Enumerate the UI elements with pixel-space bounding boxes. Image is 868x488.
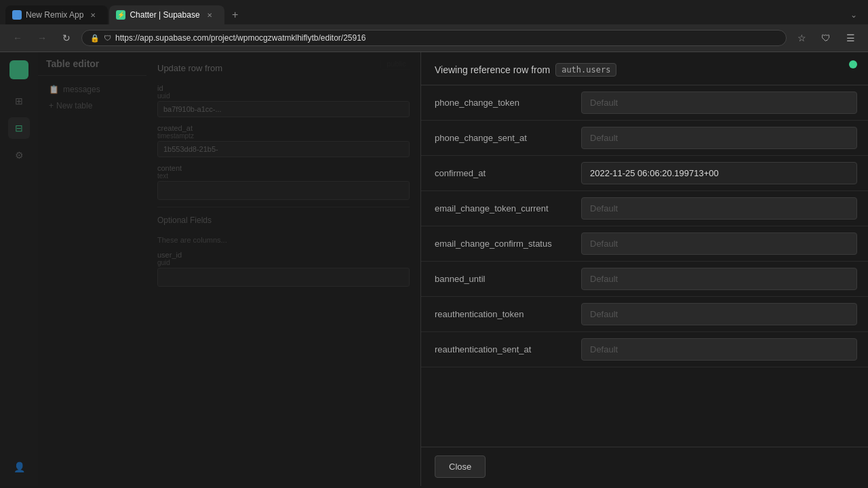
lock-icon: 🔒 xyxy=(90,34,100,43)
field-label-reauthentication-token: reauthentication_token xyxy=(421,301,570,327)
left-background-panel: ⊞ ⊟ ⚙ 👤 Table editor public 📋 messages xyxy=(0,52,420,486)
field-input-confirmed-at[interactable] xyxy=(581,162,857,184)
connection-status-dot xyxy=(849,60,857,68)
field-row-confirmed-at: confirmed_at xyxy=(421,156,868,191)
field-label-banned-until: banned_until xyxy=(421,266,570,292)
sidebar-user-icon[interactable]: 👤 xyxy=(8,456,30,478)
field-label-phone-change-sent-at: phone_change_sent_at xyxy=(421,125,570,151)
field-content-value xyxy=(157,181,410,200)
tab1-favicon xyxy=(12,10,22,20)
ref-panel-header: Viewing reference row from auth.users xyxy=(421,52,868,85)
url-text: https://app.supabase.com/project/wpmocgz… xyxy=(115,33,778,43)
tab-overflow-button[interactable]: ⌄ xyxy=(845,7,863,22)
back-button[interactable]: ← xyxy=(8,28,27,47)
field-created-at-value: 1b553dd8-21b5- xyxy=(157,141,410,157)
field-user-id-value xyxy=(157,268,410,287)
field-label-email-change-confirm-status: email_change_confirm_status xyxy=(421,230,570,257)
tab2-favicon: ⚡ xyxy=(116,10,125,20)
field-row-phone-change-token: phone_change_token xyxy=(421,85,868,121)
field-id-label: id xyxy=(157,84,410,92)
field-value-banned-until[interactable] xyxy=(570,262,868,296)
table-editor-title: Table editor xyxy=(46,58,99,69)
firefox-shield-button[interactable]: 🛡 xyxy=(816,28,835,47)
sidebar-table-icon[interactable]: ⊟ xyxy=(8,117,30,139)
field-input-reauthentication-sent-at[interactable] xyxy=(581,338,857,361)
tab1-title: New Remix App xyxy=(26,10,83,20)
field-created-at: created_at timestamptz 1b553dd8-21b5- xyxy=(157,124,410,157)
table-name-badge: auth.users xyxy=(555,63,616,77)
field-row-phone-change-sent-at: phone_change_sent_at xyxy=(421,121,868,156)
field-label-reauthentication-sent-at: reauthentication_sent_at xyxy=(421,336,570,363)
tab1-close[interactable]: ✕ xyxy=(87,9,98,20)
field-input-phone-change-token[interactable] xyxy=(581,92,857,114)
field-value-reauthentication-token[interactable] xyxy=(570,298,868,331)
field-value-reauthentication-sent-at[interactable] xyxy=(570,333,868,366)
tab-bar: New Remix App ✕ ⚡ Chatter | Supabase ✕ +… xyxy=(0,0,868,24)
field-value-confirmed-at[interactable] xyxy=(570,157,868,190)
bookmark-button[interactable]: ☆ xyxy=(792,28,811,47)
field-row-reauthentication-token: reauthentication_token xyxy=(421,297,868,332)
field-input-email-change-confirm-status[interactable] xyxy=(581,232,857,255)
close-button[interactable]: Close xyxy=(435,455,486,478)
field-row-email-change-confirm-status: email_change_confirm_status xyxy=(421,226,868,262)
ref-panel-footer: Close xyxy=(421,447,868,486)
update-row-title: Update row from xyxy=(157,63,410,73)
field-value-email-change-token-current[interactable] xyxy=(570,192,868,225)
tab2-close[interactable]: ✕ xyxy=(204,9,215,20)
tab-new-remix-app[interactable]: New Remix App ✕ xyxy=(5,5,108,24)
browser-chrome: New Remix App ✕ ⚡ Chatter | Supabase ✕ +… xyxy=(0,0,868,52)
address-bar[interactable]: 🔒 🛡 https://app.supabase.com/project/wpm… xyxy=(81,30,787,46)
ref-panel-body: phone_change_token phone_change_sent_at … xyxy=(421,85,868,447)
sidebar-home-icon[interactable]: ⊞ xyxy=(8,90,30,112)
field-user-id: user_id guid xyxy=(157,251,410,287)
forward-button[interactable]: → xyxy=(33,28,52,47)
optional-desc: These are columns... xyxy=(157,236,410,244)
field-input-phone-change-sent-at[interactable] xyxy=(581,127,857,149)
main-content: ⊞ ⊟ ⚙ 👤 Table editor public 📋 messages xyxy=(0,52,868,486)
field-label-confirmed-at: confirmed_at xyxy=(421,160,570,186)
update-row-panel: Update row from id uuid ba7f910b-a1cc-..… xyxy=(146,52,420,486)
field-value-email-change-confirm-status[interactable] xyxy=(570,227,868,260)
field-label-phone-change-token: phone_change_token xyxy=(421,89,570,116)
field-row-banned-until: banned_until xyxy=(421,262,868,297)
field-input-banned-until[interactable] xyxy=(581,268,857,290)
left-main-area: Table editor public 📋 messages + New tab… xyxy=(38,52,420,486)
supabase-logo xyxy=(9,60,28,79)
reference-row-panel: Viewing reference row from auth.users ph… xyxy=(420,52,868,486)
tab-chatter-supabase[interactable]: ⚡ Chatter | Supabase ✕ xyxy=(109,5,224,24)
nav-bar: ← → ↻ 🔒 🛡 https://app.supabase.com/proje… xyxy=(0,24,868,52)
new-tab-button[interactable]: + xyxy=(226,5,245,24)
browser-menu-button[interactable]: ☰ xyxy=(841,28,860,47)
field-value-phone-change-sent-at[interactable] xyxy=(570,121,868,155)
field-row-email-change-token-current: email_change_token_current xyxy=(421,191,868,226)
field-id: id uuid ba7f910b-a1cc-... xyxy=(157,84,410,117)
field-label-email-change-token-current: email_change_token_current xyxy=(421,195,570,222)
field-row-reauthentication-sent-at: reauthentication_sent_at xyxy=(421,332,868,367)
field-input-email-change-token-current[interactable] xyxy=(581,197,857,220)
shield-icon: 🛡 xyxy=(104,34,111,42)
viewing-label: Viewing reference row from xyxy=(435,64,550,75)
field-id-value: ba7f910b-a1cc-... xyxy=(157,101,410,117)
field-content: content text xyxy=(157,164,410,200)
left-sidebar: ⊞ ⊟ ⚙ 👤 xyxy=(0,52,38,486)
tab2-title: Chatter | Supabase xyxy=(130,10,199,20)
refresh-button[interactable]: ↻ xyxy=(57,28,76,47)
field-input-reauthentication-token[interactable] xyxy=(581,303,857,325)
field-value-phone-change-token[interactable] xyxy=(570,86,868,119)
optional-fields-section: Optional Fields xyxy=(157,207,410,225)
sidebar-settings-icon[interactable]: ⚙ xyxy=(8,144,30,166)
